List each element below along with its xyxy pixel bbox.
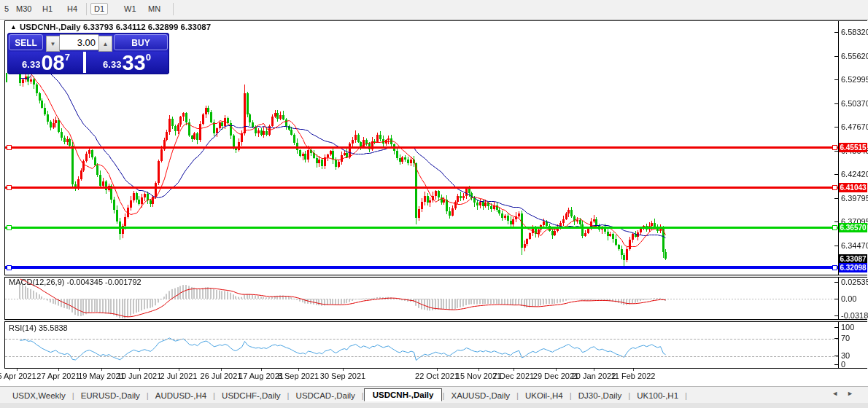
time-axis-tick (343, 369, 344, 371)
chart-tab-eurusd-daily[interactable]: EURUSD-,Daily (74, 390, 147, 401)
rsi-level-30-line (5, 356, 838, 357)
chart-tab-uk100-h1[interactable]: UK100-,H1 (630, 390, 685, 401)
price-axis-label: 6.58320 (841, 28, 868, 36)
macd-axis-tick (834, 315, 838, 316)
price-axis-label: 6.34470 (841, 241, 868, 250)
rsi-axis-tick (834, 338, 838, 339)
time-axis-tick (17, 369, 18, 371)
time-axis-label: 2 Jul 2021 (160, 372, 198, 380)
time-axis-label: 20 Jan 2022 (572, 372, 616, 380)
time-axis-tick (179, 369, 179, 371)
time-axis-tick (139, 369, 140, 371)
volume-input[interactable] (60, 34, 98, 50)
line-anchor-icon[interactable] (7, 145, 12, 150)
time-axis-label: 27 Apr 2021 (36, 372, 80, 380)
sell-button[interactable]: SELL (9, 34, 43, 50)
tab-scroll-arrows[interactable]: ◄► (832, 390, 862, 397)
line-anchor-icon[interactable] (7, 225, 12, 230)
price-axis-tick (834, 198, 838, 199)
macd-name: MACD(12,26,9) (9, 278, 64, 286)
price-badge-6.36570: 6.36570 (839, 223, 867, 232)
price-axis-label: 6.39795 (841, 194, 868, 203)
time-axis-tick (556, 369, 557, 371)
price-axis-tick (834, 32, 838, 33)
time-axis-label: 26 Jul 2021 (201, 372, 242, 380)
chart-title: USDCNH-,Daily 6.33793 6.34112 6.32899 6.… (20, 23, 211, 31)
time-axis-label: 7 Dec 2021 (493, 372, 534, 380)
chart-tab-usdchf-daily[interactable]: USDCHF-,Daily (215, 390, 287, 401)
chart-tab-dj30-daily[interactable]: DJ30-,Daily (572, 390, 628, 401)
volume-increase-button[interactable]: ▲ (98, 36, 112, 52)
price-axis-tick (834, 151, 838, 152)
chart-ohlc-values: 6.33793 6.34112 6.32899 6.33087 (83, 23, 211, 31)
chart-tab-usdcnh-daily[interactable]: USDCNH-,Daily (364, 388, 443, 401)
time-axis-tick (298, 369, 299, 371)
bottom-strip (0, 403, 868, 408)
price-axis-line (838, 20, 839, 369)
rsi-axis-label: 30 (841, 351, 850, 360)
price-axis-tick (834, 174, 838, 175)
rsi-level-70-line (5, 339, 838, 340)
price-axis-label: 6.42420 (841, 170, 868, 178)
one-click-collapse-icon[interactable]: ▲ (10, 23, 17, 31)
sell-price-prefix: 6.33 (22, 59, 40, 70)
price-axis-tick (834, 103, 838, 104)
chart-tab-usdx-weekly[interactable]: USDX,Weekly (6, 390, 72, 401)
volume-stepper: ▼ ▲ (46, 34, 112, 50)
chart-tab-audusd-h4[interactable]: AUDUSD-,H4 (149, 390, 213, 401)
volume-decrease-button[interactable]: ▼ (46, 36, 60, 52)
macd-axis-tick (834, 282, 838, 283)
time-axis-tick (221, 369, 222, 371)
price-axis-label: 6.50370 (841, 99, 868, 108)
chart-tab-usdcad-daily[interactable]: USDCAD-,Daily (290, 390, 362, 401)
badge-anchor-icon (832, 265, 837, 270)
sell-price-display[interactable]: 6.33087 (9, 52, 83, 73)
price-axis-label: 6.52995 (841, 75, 868, 84)
macd-label: MACD(12,26,9) -0.004345 -0.001792 (9, 278, 142, 286)
price-badge-6.45515: 6.45515 (839, 143, 867, 152)
horizontal-line-6.32098[interactable] (5, 266, 838, 269)
macd-axis-label: -0.03183 (841, 311, 868, 320)
time-axis-tick (58, 369, 59, 371)
line-anchor-icon[interactable] (7, 265, 12, 270)
time-axis-label: 11 Feb 2022 (611, 372, 656, 380)
horizontal-line-6.36570[interactable] (5, 227, 838, 229)
chart-tab-bar: USDX,Weekly|EURUSD-,Daily|AUDUSD-,H4|USD… (0, 386, 868, 404)
terminal-window: 5M30H1H4D1W1MN 6.583206.556206.529956.50… (0, 0, 868, 408)
chart-tab-ukoil-h4[interactable]: UKOil-,H4 (519, 390, 570, 401)
horizontal-line-6.45515[interactable] (5, 146, 838, 149)
buy-price-main: 33 (122, 53, 145, 72)
time-axis-tick (594, 369, 594, 371)
time-axis-label: 22 Oct 2021 (415, 372, 459, 380)
price-badge-6.32098: 6.32098 (839, 263, 867, 272)
buy-button[interactable]: BUY (114, 34, 168, 50)
price-axis-tick (834, 221, 838, 222)
buy-price-pip: 0 (146, 52, 151, 63)
chart-tab-xauusd-daily[interactable]: XAUUSD-,Daily (444, 390, 516, 401)
time-axis-tick (514, 369, 514, 371)
chart-top-border (4, 20, 867, 21)
macd-axis-label: 0.025357 (841, 278, 868, 286)
time-axis-tick (101, 369, 102, 371)
macd-axis-label: 0.00 (841, 294, 856, 303)
line-anchor-icon[interactable] (7, 185, 12, 190)
time-axis-tick (633, 369, 634, 371)
horizontal-line-6.41043[interactable] (5, 187, 838, 189)
tab-separator: | (685, 391, 687, 400)
macd-signal-value: -0.001792 (105, 278, 142, 286)
price-axis-tick (834, 246, 838, 246)
price-axis-tick (834, 127, 838, 128)
time-axis-label: 10 Jun 2021 (117, 372, 162, 380)
rsi-axis-tick (834, 356, 838, 356)
chart-left-border (4, 20, 5, 369)
rsi-label: RSI(14) 35.5838 (9, 323, 68, 332)
buy-price-display[interactable]: 6.33330 (86, 52, 168, 73)
chart-symbol-label: USDCNH-,Daily (20, 23, 81, 31)
sell-price-main: 08 (41, 53, 64, 72)
rsi-axis-label: 0 (841, 360, 845, 369)
macd-axis-tick (834, 299, 838, 299)
price-axis-label: 6.47670 (841, 122, 868, 131)
time-axis-label: 8 Sep 2021 (278, 372, 319, 380)
badge-anchor-icon (832, 145, 837, 150)
buy-price-prefix: 6.33 (103, 59, 121, 70)
